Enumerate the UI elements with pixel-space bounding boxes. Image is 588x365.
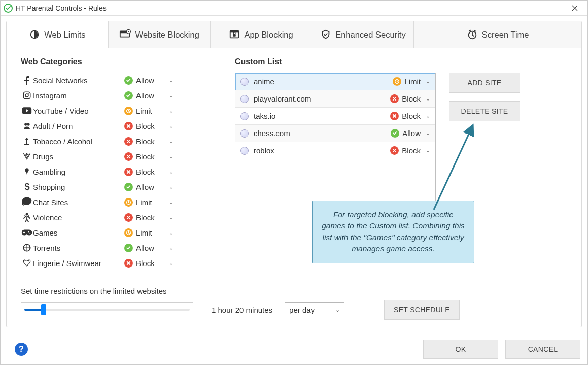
category-label: Games — [33, 228, 124, 237]
help-button[interactable]: ? — [15, 343, 28, 356]
tab-screen-time[interactable]: Screen Time — [414, 21, 581, 48]
status-text: Block — [136, 122, 155, 130]
svg-point-15 — [24, 123, 27, 125]
time-restriction-caption: Set time restrictions on the limited web… — [21, 287, 567, 295]
svg-rect-18 — [24, 144, 29, 145]
block-status-icon — [124, 168, 133, 176]
add-site-button[interactable]: ADD SITE — [449, 73, 520, 93]
site-status-dropdown[interactable]: Block⌄ — [390, 146, 430, 155]
category-status-dropdown[interactable]: Allow — [124, 91, 166, 100]
limit-status-icon — [124, 107, 133, 115]
site-label: chess.com — [254, 129, 391, 138]
chevron-down-icon: ⌄ — [169, 245, 174, 251]
block-status-icon — [124, 122, 133, 130]
category-label: Gambling — [33, 168, 124, 176]
category-icon — [21, 152, 33, 161]
category-label: Violence — [33, 213, 124, 222]
site-icon — [240, 129, 249, 138]
category-label: Social Networks — [33, 76, 124, 85]
status-text: Block — [402, 94, 421, 103]
category-label: Torrents — [33, 244, 124, 252]
custom-list-row[interactable]: taks.ioBlock⌄ — [235, 108, 435, 125]
category-icon — [21, 121, 33, 130]
limit-status-icon — [393, 77, 401, 86]
category-label: Lingerie / Swimwear — [33, 259, 124, 268]
ok-button[interactable]: OK — [423, 340, 498, 359]
tab-enhanced-security[interactable]: Enhanced Security — [312, 21, 414, 48]
time-value: 1 hour 20 minutes — [212, 306, 272, 314]
tab-label: Enhanced Security — [335, 30, 406, 40]
site-status-dropdown[interactable]: Block⌄ — [390, 112, 430, 120]
cancel-button[interactable]: CANCEL — [505, 340, 580, 359]
category-status-dropdown[interactable]: Block — [124, 259, 166, 268]
custom-list-row[interactable]: chess.comAllow⌄ — [235, 125, 435, 142]
clock-icon — [467, 29, 478, 40]
custom-heading: Custom List — [235, 57, 567, 67]
category-icon — [21, 91, 33, 100]
site-status-dropdown[interactable]: Allow⌄ — [391, 129, 430, 138]
chevron-down-icon: ⌄ — [426, 130, 430, 137]
category-row: YouTube / VideoLimit⌄ — [21, 103, 214, 118]
category-status-dropdown[interactable]: Allow — [124, 183, 166, 191]
custom-list-row[interactable]: playvalorant.comBlock⌄ — [235, 90, 435, 108]
chevron-down-icon: ⌄ — [169, 260, 174, 267]
tab-label: Screen Time — [482, 30, 529, 40]
status-text: Allow — [136, 183, 154, 191]
category-status-dropdown[interactable]: Block — [124, 152, 166, 161]
custom-list-row[interactable]: animeLimit⌄ — [235, 73, 435, 90]
category-label: Shopping — [33, 183, 124, 191]
block-status-icon — [124, 213, 133, 222]
time-slider[interactable] — [21, 302, 193, 317]
category-status-dropdown[interactable]: Block — [124, 122, 166, 130]
set-schedule-button[interactable]: SET SCHEDULE — [384, 300, 460, 320]
status-text: Block — [136, 152, 155, 161]
per-period-select[interactable]: per day ⌄ — [285, 302, 344, 317]
globe-limit-icon — [29, 29, 40, 40]
site-status-dropdown[interactable]: Limit⌄ — [393, 77, 430, 86]
close-button[interactable] — [565, 3, 584, 14]
category-icon: $ — [21, 182, 33, 192]
chevron-down-icon: ⌄ — [169, 169, 174, 175]
chevron-down-icon: ⌄ — [169, 108, 174, 114]
allow-status-icon — [124, 76, 133, 85]
hint-callout: For targeted blocking, add specific game… — [312, 201, 474, 263]
status-text: Limit — [136, 198, 152, 207]
chevron-down-icon: ⌄ — [426, 147, 430, 154]
category-row: $ShoppingAllow⌄ — [21, 179, 214, 194]
tab-app-blocking[interactable]: App Blocking — [211, 21, 313, 48]
category-label: Tobacco / Alcohol — [33, 137, 124, 146]
category-status-dropdown[interactable]: Block — [124, 168, 166, 176]
limit-status-icon — [124, 228, 133, 237]
delete-site-button[interactable]: DELETE SITE — [449, 101, 520, 121]
svg-point-23 — [29, 233, 30, 234]
chevron-down-icon: ⌄ — [426, 78, 430, 85]
category-status-dropdown[interactable]: Allow — [124, 76, 166, 85]
app-icon — [4, 4, 13, 13]
category-row: InstagramAllow⌄ — [21, 88, 214, 103]
custom-list-row[interactable]: robloxBlock⌄ — [235, 142, 435, 159]
category-row: Adult / PornBlock⌄ — [21, 118, 214, 134]
limit-status-icon — [124, 198, 133, 207]
status-text: Allow — [402, 129, 421, 138]
category-row: DrugsBlock⌄ — [21, 149, 214, 164]
tab-website-blocking[interactable]: Website Blocking — [109, 21, 211, 48]
svg-point-22 — [28, 231, 29, 232]
category-label: Drugs — [33, 152, 124, 161]
site-icon — [240, 147, 249, 155]
categories-heading: Web Categories — [21, 57, 214, 67]
svg-point-12 — [28, 93, 29, 94]
category-status-dropdown[interactable]: Block — [124, 137, 166, 146]
chevron-down-icon: ⌄ — [169, 138, 174, 145]
category-icon — [21, 228, 33, 237]
chevron-down-icon: ⌄ — [169, 77, 174, 84]
category-status-dropdown[interactable]: Block — [124, 213, 166, 222]
category-status-dropdown[interactable]: Limit — [124, 198, 166, 207]
category-status-dropdown[interactable]: Limit — [124, 107, 166, 115]
category-status-dropdown[interactable]: Limit — [124, 228, 166, 237]
tab-label: Web Limits — [44, 30, 85, 40]
category-icon — [21, 243, 33, 252]
category-status-dropdown[interactable]: Allow — [124, 244, 166, 252]
site-status-dropdown[interactable]: Block⌄ — [390, 94, 430, 103]
tab-web-limits[interactable]: Web Limits — [7, 21, 109, 48]
chevron-down-icon: ⌄ — [169, 92, 174, 99]
